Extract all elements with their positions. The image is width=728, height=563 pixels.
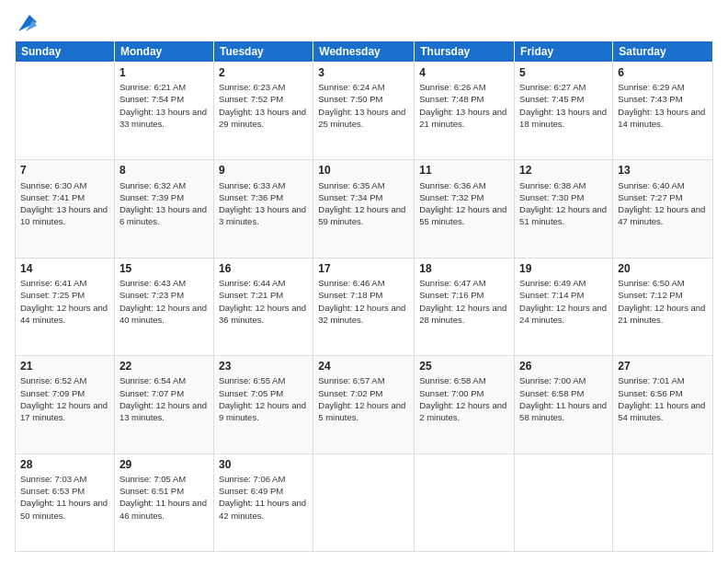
- day-info: Sunrise: 7:00 AM Sunset: 6:58 PM Dayligh…: [519, 374, 608, 423]
- calendar-cell: [313, 454, 415, 551]
- day-number: 19: [519, 261, 608, 276]
- weekday-row: SundayMondayTuesdayWednesdayThursdayFrid…: [16, 41, 713, 63]
- calendar-cell: 2Sunrise: 6:23 AM Sunset: 7:52 PM Daylig…: [213, 63, 313, 160]
- calendar-cell: [515, 454, 613, 551]
- day-info: Sunrise: 6:21 AM Sunset: 7:54 PM Dayligh…: [119, 81, 209, 130]
- day-number: 28: [20, 457, 109, 472]
- calendar-cell: 24Sunrise: 6:57 AM Sunset: 7:02 PM Dayli…: [313, 356, 415, 454]
- day-number: 29: [119, 457, 209, 472]
- calendar-cell: 25Sunrise: 6:58 AM Sunset: 7:00 PM Dayli…: [415, 356, 515, 454]
- day-info: Sunrise: 7:03 AM Sunset: 6:53 PM Dayligh…: [20, 473, 109, 522]
- day-number: 20: [618, 261, 708, 276]
- day-info: Sunrise: 6:50 AM Sunset: 7:12 PM Dayligh…: [618, 277, 708, 326]
- day-info: Sunrise: 6:38 AM Sunset: 7:30 PM Dayligh…: [519, 179, 608, 228]
- weekday-header-friday: Friday: [515, 41, 613, 63]
- weekday-header-monday: Monday: [114, 41, 213, 63]
- day-info: Sunrise: 6:29 AM Sunset: 7:43 PM Dayligh…: [618, 81, 708, 130]
- day-number: 7: [20, 163, 109, 178]
- day-info: Sunrise: 6:40 AM Sunset: 7:27 PM Dayligh…: [618, 179, 708, 228]
- day-info: Sunrise: 7:05 AM Sunset: 6:51 PM Dayligh…: [119, 473, 209, 522]
- day-number: 6: [618, 65, 708, 80]
- page: SundayMondayTuesdayWednesdayThursdayFrid…: [0, 0, 728, 563]
- calendar-cell: 15Sunrise: 6:43 AM Sunset: 7:23 PM Dayli…: [114, 258, 213, 355]
- calendar-cell: 6Sunrise: 6:29 AM Sunset: 7:43 PM Daylig…: [613, 63, 713, 160]
- day-info: Sunrise: 6:32 AM Sunset: 7:39 PM Dayligh…: [119, 179, 209, 228]
- calendar-cell: 12Sunrise: 6:38 AM Sunset: 7:30 PM Dayli…: [515, 160, 613, 258]
- calendar-cell: 8Sunrise: 6:32 AM Sunset: 7:39 PM Daylig…: [114, 160, 213, 258]
- calendar-week-3: 14Sunrise: 6:41 AM Sunset: 7:25 PM Dayli…: [16, 258, 713, 355]
- day-number: 15: [119, 261, 209, 276]
- day-number: 24: [318, 359, 409, 373]
- calendar-cell: 23Sunrise: 6:55 AM Sunset: 7:05 PM Dayli…: [213, 356, 313, 454]
- day-number: 16: [219, 261, 308, 276]
- calendar-cell: 10Sunrise: 6:35 AM Sunset: 7:34 PM Dayli…: [313, 160, 415, 258]
- calendar: SundayMondayTuesdayWednesdayThursdayFrid…: [15, 40, 713, 552]
- day-info: Sunrise: 6:35 AM Sunset: 7:34 PM Dayligh…: [318, 179, 409, 228]
- day-number: 2: [219, 65, 308, 80]
- calendar-header: SundayMondayTuesdayWednesdayThursdayFrid…: [16, 41, 713, 63]
- day-number: 22: [119, 359, 209, 373]
- day-number: 8: [119, 163, 209, 178]
- day-number: 17: [318, 261, 409, 276]
- calendar-week-1: 1Sunrise: 6:21 AM Sunset: 7:54 PM Daylig…: [16, 63, 713, 160]
- calendar-cell: 27Sunrise: 7:01 AM Sunset: 6:56 PM Dayli…: [613, 356, 713, 454]
- day-number: 18: [419, 261, 509, 276]
- day-info: Sunrise: 6:27 AM Sunset: 7:45 PM Dayligh…: [519, 81, 608, 130]
- day-number: 30: [219, 457, 308, 472]
- day-info: Sunrise: 6:57 AM Sunset: 7:02 PM Dayligh…: [318, 374, 409, 423]
- day-number: 14: [20, 261, 109, 276]
- calendar-cell: [613, 454, 713, 551]
- day-number: 27: [618, 359, 708, 373]
- weekday-header-thursday: Thursday: [415, 41, 515, 63]
- weekday-header-tuesday: Tuesday: [213, 41, 313, 63]
- weekday-header-wednesday: Wednesday: [313, 41, 415, 63]
- day-number: 11: [419, 163, 509, 178]
- day-info: Sunrise: 6:55 AM Sunset: 7:05 PM Dayligh…: [219, 374, 308, 423]
- calendar-cell: 29Sunrise: 7:05 AM Sunset: 6:51 PM Dayli…: [114, 454, 213, 551]
- day-number: 4: [419, 65, 509, 80]
- calendar-cell: 9Sunrise: 6:33 AM Sunset: 7:36 PM Daylig…: [213, 160, 313, 258]
- calendar-cell: [16, 63, 115, 160]
- day-info: Sunrise: 6:54 AM Sunset: 7:07 PM Dayligh…: [119, 374, 209, 423]
- calendar-cell: 21Sunrise: 6:52 AM Sunset: 7:09 PM Dayli…: [16, 356, 115, 454]
- day-info: Sunrise: 6:33 AM Sunset: 7:36 PM Dayligh…: [219, 179, 308, 228]
- calendar-week-5: 28Sunrise: 7:03 AM Sunset: 6:53 PM Dayli…: [16, 454, 713, 551]
- day-info: Sunrise: 6:43 AM Sunset: 7:23 PM Dayligh…: [119, 277, 209, 326]
- calendar-cell: 5Sunrise: 6:27 AM Sunset: 7:45 PM Daylig…: [515, 63, 613, 160]
- calendar-cell: 4Sunrise: 6:26 AM Sunset: 7:48 PM Daylig…: [415, 63, 515, 160]
- day-info: Sunrise: 6:41 AM Sunset: 7:25 PM Dayligh…: [20, 277, 109, 326]
- calendar-cell: 11Sunrise: 6:36 AM Sunset: 7:32 PM Dayli…: [415, 160, 515, 258]
- calendar-cell: [415, 454, 515, 551]
- day-number: 5: [519, 65, 608, 80]
- weekday-header-saturday: Saturday: [613, 41, 713, 63]
- header: [15, 11, 713, 33]
- day-number: 21: [20, 359, 109, 373]
- day-number: 3: [318, 65, 409, 80]
- calendar-cell: 28Sunrise: 7:03 AM Sunset: 6:53 PM Dayli…: [16, 454, 115, 551]
- day-info: Sunrise: 6:58 AM Sunset: 7:00 PM Dayligh…: [419, 374, 509, 423]
- day-number: 9: [219, 163, 308, 178]
- day-number: 13: [618, 163, 708, 178]
- day-info: Sunrise: 7:01 AM Sunset: 6:56 PM Dayligh…: [618, 374, 708, 423]
- day-info: Sunrise: 6:26 AM Sunset: 7:48 PM Dayligh…: [419, 81, 509, 130]
- day-info: Sunrise: 6:24 AM Sunset: 7:50 PM Dayligh…: [318, 81, 409, 130]
- calendar-cell: 19Sunrise: 6:49 AM Sunset: 7:14 PM Dayli…: [515, 258, 613, 355]
- day-number: 1: [119, 65, 209, 80]
- calendar-cell: 7Sunrise: 6:30 AM Sunset: 7:41 PM Daylig…: [16, 160, 115, 258]
- calendar-body: 1Sunrise: 6:21 AM Sunset: 7:54 PM Daylig…: [16, 63, 713, 552]
- calendar-cell: 1Sunrise: 6:21 AM Sunset: 7:54 PM Daylig…: [114, 63, 213, 160]
- calendar-cell: 3Sunrise: 6:24 AM Sunset: 7:50 PM Daylig…: [313, 63, 415, 160]
- logo-icon: [17, 13, 37, 33]
- calendar-cell: 30Sunrise: 7:06 AM Sunset: 6:49 PM Dayli…: [213, 454, 313, 551]
- weekday-header-sunday: Sunday: [16, 41, 115, 63]
- calendar-cell: 13Sunrise: 6:40 AM Sunset: 7:27 PM Dayli…: [613, 160, 713, 258]
- day-info: Sunrise: 6:30 AM Sunset: 7:41 PM Dayligh…: [20, 179, 109, 228]
- day-info: Sunrise: 6:23 AM Sunset: 7:52 PM Dayligh…: [219, 81, 308, 130]
- calendar-cell: 14Sunrise: 6:41 AM Sunset: 7:25 PM Dayli…: [16, 258, 115, 355]
- day-number: 26: [519, 359, 608, 373]
- calendar-cell: 20Sunrise: 6:50 AM Sunset: 7:12 PM Dayli…: [613, 258, 713, 355]
- calendar-cell: 18Sunrise: 6:47 AM Sunset: 7:16 PM Dayli…: [415, 258, 515, 355]
- day-number: 23: [219, 359, 308, 373]
- calendar-cell: 26Sunrise: 7:00 AM Sunset: 6:58 PM Dayli…: [515, 356, 613, 454]
- calendar-week-4: 21Sunrise: 6:52 AM Sunset: 7:09 PM Dayli…: [16, 356, 713, 454]
